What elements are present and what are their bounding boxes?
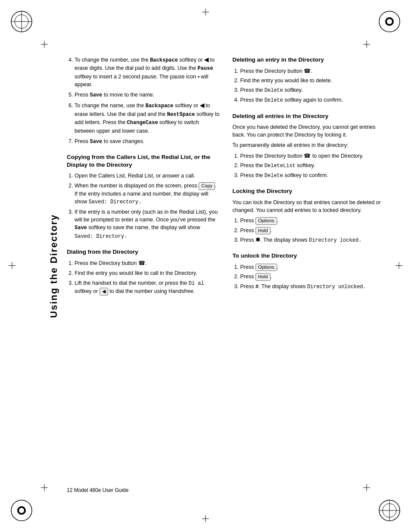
copy-step-3: If the entry is a number only (such as i… — [75, 208, 220, 240]
step-7: Press Save to save changes. — [75, 137, 220, 146]
svg-point-6 — [387, 19, 392, 24]
svg-point-9 — [19, 508, 24, 513]
locking-section: Locking the Directory You can lock the D… — [233, 187, 386, 244]
unlocking-section: To unlock the Directory Press Options. P… — [233, 252, 386, 291]
deleting-all-section: Deleting all entries in the Directory On… — [233, 112, 386, 180]
copying-section: Copying from the Callers List, the Redia… — [67, 153, 220, 240]
unlocking-title: To unlock the Directory — [233, 252, 386, 260]
dial-step-2: Find the entry you would like to call in… — [75, 269, 220, 277]
hold-button: Hold — [255, 227, 271, 234]
step-6: To change the name, use the Backspace so… — [75, 102, 220, 134]
page: Using the Directory To change the number… — [0, 0, 411, 532]
unlocking-steps: Press Options. Press Hold. Press #. The … — [233, 263, 386, 291]
unlock-step-1: Press Options. — [240, 263, 386, 271]
deleting-entry-title: Deleting an entry in the Directory — [233, 56, 386, 64]
dial-step-3: Lift the handset to dial the number, or … — [75, 279, 220, 296]
dialing-section-title: Dialing from the Directory — [67, 248, 220, 256]
dialing-section: Dialing from the Directory Press the Dir… — [67, 248, 220, 296]
lock-step-2: Press Hold. — [240, 227, 386, 234]
footer: 12 Model 480e User Guide — [67, 487, 385, 493]
inner-corner-mark-bl — [41, 484, 48, 491]
inner-corner-mark-tr — [363, 41, 370, 48]
options-button-2: Options — [255, 264, 277, 271]
footer-text: 12 Model 480e User Guide — [67, 487, 128, 493]
del-entry-step-1: Press the Directory button ☎. — [240, 67, 386, 75]
hold-button-2: Hold — [255, 273, 271, 280]
deleting-all-sub-intro: To permanently delete all entries in the… — [233, 141, 386, 149]
dial-step-1: Press the Directory button ☎. — [75, 259, 220, 267]
continuation-steps: To change the number, use the Backspace … — [67, 56, 220, 146]
center-top-decoration — [202, 9, 209, 17]
del-entry-step-2: Find the entry you would like to delete. — [240, 77, 386, 84]
center-bottom-decoration — [202, 515, 209, 523]
left-mid-decoration — [9, 262, 16, 270]
deleting-all-steps: Press the Directory button ☎ to open the… — [233, 152, 386, 180]
step-5: Press Save to move to the name. — [75, 91, 220, 99]
del-all-step-2: Press the DeleteList softkey. — [240, 162, 386, 170]
dialing-steps-list: Press the Directory button ☎. Find the e… — [67, 259, 220, 296]
deleting-entry-steps: Press the Directory button ☎. Find the e… — [233, 67, 386, 105]
options-button: Options — [255, 217, 277, 224]
lock-step-1: Press Options. — [240, 217, 386, 224]
deleting-all-title: Deleting all entries in the Directory — [233, 112, 386, 120]
del-entry-step-4: Press the Delete softkey again to confir… — [240, 96, 386, 104]
deleting-all-intro: Once you have deleted the Directory, you… — [233, 123, 386, 139]
main-content: To change the number, use the Backspace … — [67, 52, 385, 480]
inner-corner-mark-tl — [41, 41, 48, 48]
copy-step-2: When the number is displayed on the scre… — [75, 182, 220, 206]
copy-button: Copy — [199, 182, 215, 190]
del-all-step-1: Press the Directory button ☎ to open the… — [240, 152, 386, 160]
corner-decoration-tr — [377, 9, 402, 34]
locking-intro: You can lock the Directory so that entri… — [233, 199, 386, 214]
unlock-step-2: Press Hold. — [240, 273, 386, 280]
right-mid-decoration — [395, 262, 402, 270]
corner-decoration-br — [377, 498, 402, 523]
locking-steps: Press Options. Press Hold. Press ✱. The … — [233, 217, 386, 244]
left-column: To change the number, use the Backspace … — [67, 52, 220, 480]
locking-title: Locking the Directory — [233, 187, 386, 195]
corner-decoration-bl — [9, 498, 34, 523]
del-all-step-3: Press the Delete softkey to confirm. — [240, 171, 386, 180]
copying-steps-list: Open the Callers List, Redial List, or a… — [67, 172, 220, 240]
sidebar-vertical-text: Using the Directory — [45, 86, 62, 446]
corner-decoration-tl — [9, 9, 34, 34]
copying-section-title: Copying from the Callers List, the Redia… — [67, 153, 220, 168]
deleting-entry-section: Deleting an entry in the Directory Press… — [233, 56, 386, 105]
step-4: To change the number, use the Backspace … — [75, 56, 220, 88]
unlock-step-3: Press #. The display shows Directory unl… — [240, 283, 386, 291]
copy-step-1: Open the Callers List, Redial List, or a… — [75, 172, 220, 180]
lock-step-3: Press ✱. The display shows Directory loc… — [240, 236, 386, 244]
right-column: Deleting an entry in the Directory Press… — [233, 52, 386, 480]
speaker-button: ◀ — [100, 288, 108, 295]
del-entry-step-3: Press the Delete softkey. — [240, 86, 386, 94]
